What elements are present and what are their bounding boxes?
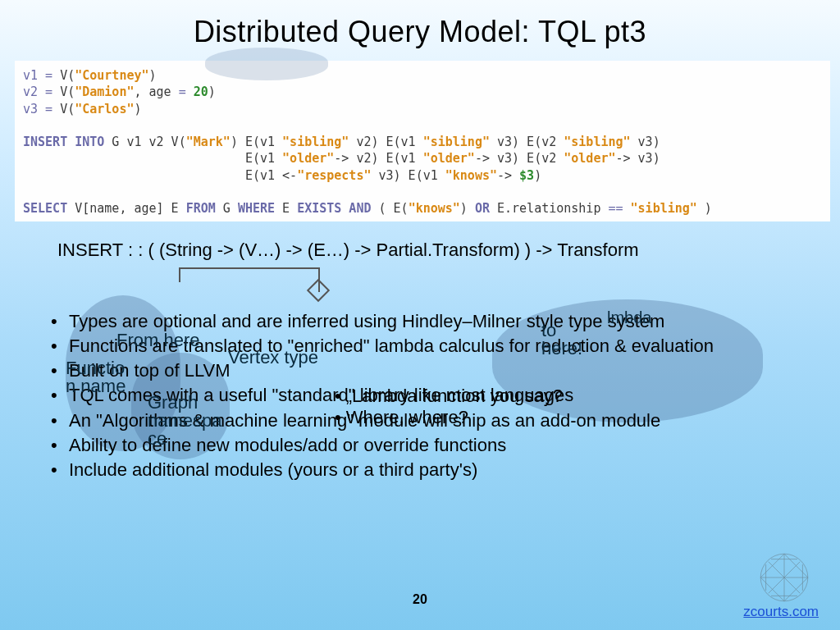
ghost-label-graph-namespace: Graphnamespace [148, 394, 222, 448]
inner-bullet: Where, where? [335, 407, 563, 428]
list-item: Built on top of LLVM [49, 359, 807, 382]
inner-bullets: „Lambda function you say? Where, where? [335, 386, 563, 429]
ghost-label-function-name: Function name [66, 359, 126, 395]
slide-title: Distributed Query Model: TQL pt3 [0, 0, 840, 49]
bubble-ghost [205, 48, 328, 80]
logo-icon [758, 551, 810, 604]
type-signature: INSERT : : ( (String -> (V…) -> (E…) -> … [57, 240, 639, 261]
inner-bullet: „Lambda function you say? [335, 386, 563, 407]
page-number: 20 [0, 592, 840, 607]
ghost-label-lambda: lmbda [607, 308, 651, 327]
ghost-label-from: From here [116, 330, 199, 351]
connector-decoration [179, 267, 335, 304]
list-item: Include additional modules (yours or a t… [49, 459, 807, 482]
ghost-label-vertex-type: Vertex type [228, 347, 318, 368]
footer-link[interactable]: zcourts.com [743, 604, 819, 620]
ghost-label-to-here: tohere! [541, 322, 582, 358]
code-block: v1 = V("Courtney") v2 = V("Damion", age … [15, 61, 830, 221]
